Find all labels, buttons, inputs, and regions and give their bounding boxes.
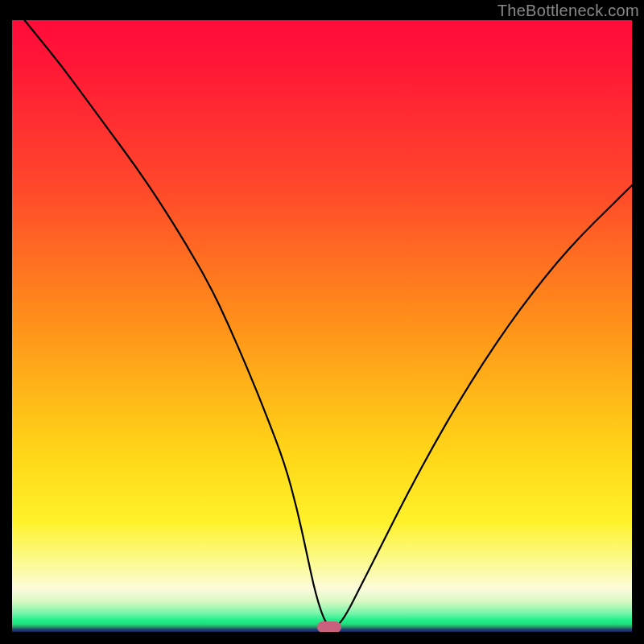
- optimal-point-marker: [317, 621, 341, 632]
- plot-area: [12, 20, 632, 632]
- watermark-text: TheBottleneck.com: [497, 2, 639, 20]
- curve-layer: [12, 20, 632, 632]
- bottleneck-curve: [24, 20, 632, 626]
- app-frame: TheBottleneck.com: [0, 0, 644, 644]
